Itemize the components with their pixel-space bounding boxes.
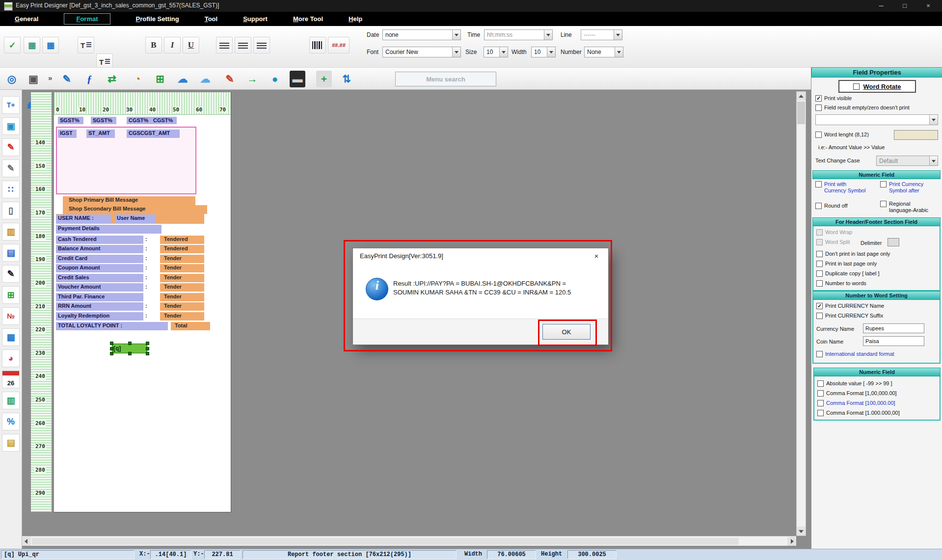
comma-format-2-checkbox[interactable] <box>817 400 824 406</box>
dont-print-last-checkbox[interactable] <box>816 251 823 257</box>
field-user-value[interactable]: User Name <box>115 214 156 223</box>
chevron-down-icon[interactable] <box>452 47 460 57</box>
field-igst[interactable]: IGST <box>58 130 77 138</box>
horizontal-scrollbar[interactable] <box>22 536 796 546</box>
field-sgst-1[interactable]: SGST% <box>58 117 83 124</box>
number-to-words-checkbox[interactable] <box>816 280 823 287</box>
money-icon[interactable]: ▤ <box>2 434 20 452</box>
align-right-icon[interactable] <box>253 37 270 53</box>
field-value[interactable]: Tender <box>160 312 204 320</box>
field-label[interactable]: Credit Card <box>56 255 143 263</box>
chevron-down-icon[interactable] <box>547 47 555 57</box>
chevron-down-icon[interactable] <box>499 47 508 57</box>
field-cgst-2[interactable]: CGST% <box>151 117 177 124</box>
size-combo[interactable]: 10 <box>484 47 508 57</box>
percent-icon[interactable]: % <box>2 413 20 430</box>
share-icon[interactable]: → <box>244 71 260 87</box>
align-left-icon[interactable] <box>216 37 233 53</box>
field-total-label[interactable]: TOTAL LOYALTY POINT : <box>56 322 168 330</box>
print-preview-icon[interactable]: ◎ <box>4 71 20 87</box>
date-combo[interactable]: none <box>382 29 461 40</box>
chevron-down-icon[interactable] <box>544 30 552 40</box>
copy-pages-icon[interactable]: ▥ <box>2 223 20 240</box>
table-columns-icon[interactable]: ▦ <box>2 328 20 346</box>
report-edit-icon[interactable]: ✎ <box>59 71 75 87</box>
round-off-checkbox[interactable] <box>815 203 822 209</box>
chevron-down-icon[interactable] <box>452 30 460 40</box>
menu-support[interactable]: Support <box>243 15 268 23</box>
vertical-scrollbar[interactable] <box>796 91 806 536</box>
tree-add-icon[interactable]: ⊞ <box>152 71 168 87</box>
word-length-input[interactable] <box>894 130 938 140</box>
word-rotate-button[interactable]: Word Rotate <box>838 80 916 93</box>
field-sgst-2[interactable]: SGST% <box>91 117 116 124</box>
align-justify-icon[interactable] <box>235 37 251 53</box>
menu-general[interactable]: General <box>15 15 38 23</box>
cloud-download-icon[interactable]: ☁ <box>197 71 213 87</box>
red-pen-icon[interactable]: ✎ <box>2 138 20 156</box>
pie-chart-icon[interactable]: ◕ <box>2 349 20 367</box>
comma-format-1-checkbox[interactable] <box>817 390 824 397</box>
field-value[interactable]: Tendered <box>160 236 204 244</box>
scrollbar-thumb[interactable] <box>797 102 805 124</box>
dialog-close-icon[interactable]: × <box>589 250 604 262</box>
scroll-left-icon[interactable] <box>22 537 31 546</box>
share-network-icon[interactable]: ⇄ <box>104 71 120 87</box>
line-combo[interactable]: ------ <box>581 29 622 40</box>
number-format-icon[interactable]: ##.## <box>328 37 350 53</box>
field-label[interactable]: Credit Sales <box>56 274 143 282</box>
coin-name-input[interactable] <box>863 336 924 346</box>
currency-name-input[interactable] <box>863 323 924 333</box>
print-last-checkbox[interactable] <box>816 261 823 267</box>
width-combo[interactable]: 10 <box>531 47 556 57</box>
barcode-icon[interactable] <box>309 37 326 53</box>
selection-handle[interactable] <box>110 347 113 350</box>
field-secondary-message[interactable]: Shop Secondary Bill Message <box>63 205 207 214</box>
selection-handle[interactable] <box>128 342 132 345</box>
text-top-icon[interactable]: T <box>78 37 94 53</box>
word-split-checkbox[interactable] <box>816 239 823 245</box>
calendar-icon[interactable]: 26 <box>2 371 20 388</box>
menu-profile-setting[interactable]: Profile Setting <box>136 15 179 23</box>
pencil-icon[interactable]: ✎ <box>2 160 20 177</box>
printer-add-icon[interactable]: + <box>316 71 332 87</box>
table-column-icon[interactable]: ▦ <box>42 37 59 53</box>
note-icon[interactable]: ▤ <box>2 244 20 262</box>
blank-page-icon[interactable]: ▯ <box>2 202 20 219</box>
menu-help[interactable]: Help <box>349 15 362 23</box>
minimize-icon[interactable]: ─ <box>869 0 893 12</box>
field-value[interactable]: Tender <box>160 283 204 292</box>
comma-format-3-checkbox[interactable] <box>817 410 824 416</box>
page-schedule-icon[interactable]: ◔ <box>130 71 145 87</box>
dot-grid-icon[interactable]: ∷ <box>2 181 20 198</box>
field-cgst-1[interactable]: CGST% <box>127 117 151 124</box>
add-table-icon[interactable]: ⊞ <box>2 286 20 304</box>
print-with-currency-checkbox[interactable] <box>815 181 822 187</box>
print-currency-name-checkbox[interactable]: ✓ <box>816 303 823 309</box>
menu-more-tool[interactable]: More Tool <box>293 15 323 23</box>
scroll-right-icon[interactable] <box>787 537 796 546</box>
field-value[interactable]: Tender <box>160 293 204 301</box>
field-value[interactable]: Tendered <box>160 245 204 253</box>
print-visible-checkbox[interactable]: ✓ <box>815 95 822 102</box>
report-table-icon[interactable]: ▥ <box>2 392 20 409</box>
field-payment-header[interactable]: Payment Details <box>56 225 161 234</box>
field-label[interactable]: Third Par. Finance <box>56 293 143 301</box>
field-value[interactable]: Tender <box>160 264 204 272</box>
ok-button[interactable]: OK <box>542 324 591 340</box>
field-label[interactable]: RRN Amount <box>56 302 143 311</box>
menu-tool[interactable]: Tool <box>205 15 217 23</box>
print-currency-suffix-checkbox[interactable] <box>816 313 823 319</box>
field-st-amt[interactable]: ST_AMT <box>86 130 115 138</box>
globe-icon[interactable]: ● <box>267 71 283 87</box>
report-page[interactable]: SGST% SGST% CGST% CGST% IGST ST_AMT CGSC… <box>54 92 231 512</box>
field-value[interactable]: Tender <box>160 274 204 282</box>
time-combo[interactable]: hh:mm:ss <box>484 29 553 40</box>
field-label[interactable]: Coupon Amount <box>56 264 143 272</box>
field-cgscgst-amt[interactable]: CGSCGST_AMT <box>127 130 180 138</box>
field-user-label[interactable]: USER NAME : <box>56 214 111 223</box>
cloud-upload-icon[interactable]: ☁ <box>175 71 190 87</box>
close-icon[interactable]: × <box>916 0 940 12</box>
field-value[interactable]: Tender <box>160 255 204 263</box>
selection-handle[interactable] <box>146 347 149 350</box>
